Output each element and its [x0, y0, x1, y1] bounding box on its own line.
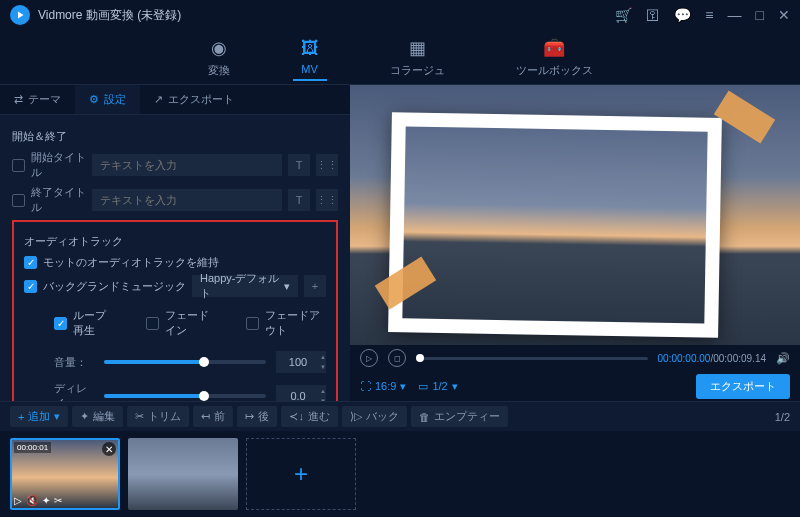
- end-title-label: 終了タイトル: [31, 185, 86, 215]
- menu-icon[interactable]: ≡: [705, 7, 713, 23]
- edit-button[interactable]: ✦編集: [72, 406, 123, 427]
- keep-original-checkbox[interactable]: [24, 256, 37, 269]
- time-current: 00:00:00.00: [658, 353, 711, 364]
- thumb-play-icon[interactable]: ▷: [14, 495, 22, 506]
- startend-section-title: 開始＆終了: [12, 129, 338, 144]
- layout-icon: ▭: [418, 380, 428, 393]
- delay-down[interactable]: ▼: [320, 396, 326, 401]
- playback-track[interactable]: [416, 357, 648, 360]
- forward-button[interactable]: ≺↓進む: [281, 406, 338, 427]
- play-button[interactable]: ▷: [360, 349, 378, 367]
- theme-icon: ⇄: [14, 93, 23, 106]
- export-button[interactable]: エクスポート: [696, 374, 790, 399]
- gear-icon: ⚙: [89, 93, 99, 106]
- forward-icon: ≺↓: [289, 410, 304, 423]
- fadein-checkbox[interactable]: [146, 317, 159, 330]
- back-icon: ⟩▷: [350, 410, 362, 423]
- key-icon[interactable]: ⚿: [646, 7, 660, 23]
- audio-section-title: オーディオトラック: [24, 234, 326, 249]
- preview-area: [350, 85, 800, 345]
- before-button[interactable]: ↤前: [193, 406, 233, 427]
- loop-checkbox[interactable]: [54, 317, 67, 330]
- app-logo: [10, 5, 30, 25]
- audio-section-highlight: オーディオトラック モットのオーディオトラックを維持 バックグランドミュージック…: [12, 220, 338, 401]
- bgm-checkbox[interactable]: [24, 280, 37, 293]
- trash-icon: 🗑: [419, 411, 430, 423]
- thumbnail-2[interactable]: [128, 438, 238, 510]
- photo-frame: [388, 112, 722, 338]
- subtab-export[interactable]: ↗エクスポート: [140, 85, 248, 114]
- add-button[interactable]: +追加▾: [10, 406, 68, 427]
- start-title-label: 開始タイトル: [31, 150, 86, 180]
- thumb-wand-icon[interactable]: ✦: [42, 495, 50, 506]
- volume-slider[interactable]: [104, 360, 266, 364]
- thumb-duration: 00:00:01: [14, 442, 51, 453]
- delay-value[interactable]: 0.0: [276, 390, 320, 401]
- tab-convert[interactable]: ◉変換: [200, 33, 238, 82]
- mv-icon: 🖼: [301, 38, 319, 59]
- chevron-down-icon: ▾: [400, 380, 406, 393]
- delay-up[interactable]: ▲: [320, 386, 326, 396]
- thumbnail-1[interactable]: 00:00:01 ✕ ▷ 🔇 ✦ ✂: [10, 438, 120, 510]
- bgm-label: バックグランドミュージック: [43, 279, 186, 294]
- app-title: Vidmore 動画変換 (未登録): [38, 7, 181, 24]
- aspect-icon: ⛶: [360, 380, 371, 392]
- volume-value[interactable]: 100: [276, 356, 320, 368]
- after-button[interactable]: ↦後: [237, 406, 277, 427]
- close-icon[interactable]: ✕: [778, 7, 790, 23]
- after-icon: ↦: [245, 410, 254, 423]
- maximize-icon[interactable]: □: [756, 7, 764, 23]
- thumb-mute-icon[interactable]: 🔇: [26, 495, 38, 506]
- cart-icon[interactable]: 🛒: [615, 7, 632, 23]
- add-thumbnail-button[interactable]: +: [246, 438, 356, 510]
- convert-icon: ◉: [211, 37, 227, 59]
- chevron-down-icon: ▾: [452, 380, 458, 393]
- export-icon: ↗: [154, 93, 163, 106]
- toolbox-icon: 🧰: [543, 37, 565, 59]
- volume-icon[interactable]: 🔊: [776, 352, 790, 365]
- back-button[interactable]: ⟩▷バック: [342, 406, 407, 427]
- wand-icon: ✦: [80, 410, 89, 423]
- tab-mv[interactable]: 🖼MV: [293, 34, 327, 81]
- end-style-button[interactable]: ⋮⋮: [316, 189, 338, 211]
- chevron-down-icon: ▾: [54, 410, 60, 423]
- start-font-button[interactable]: T: [288, 154, 310, 176]
- start-title-checkbox[interactable]: [12, 159, 25, 172]
- volume-down[interactable]: ▼: [320, 362, 326, 372]
- bgm-add-button[interactable]: +: [304, 275, 326, 297]
- page-indicator: 1/2: [775, 411, 790, 423]
- volume-up[interactable]: ▲: [320, 352, 326, 362]
- tab-toolbox[interactable]: 🧰ツールボックス: [508, 33, 601, 82]
- trim-button[interactable]: ✂トリム: [127, 406, 189, 427]
- bgm-select[interactable]: Happy-デフォルト▾: [192, 275, 298, 297]
- aspect-button[interactable]: ⛶16:9▾: [360, 380, 406, 393]
- stop-button[interactable]: ◻: [388, 349, 406, 367]
- keep-original-label: モットのオーディオトラックを維持: [43, 255, 219, 270]
- start-style-button[interactable]: ⋮⋮: [316, 154, 338, 176]
- before-icon: ↤: [201, 410, 210, 423]
- delay-slider[interactable]: [104, 394, 266, 398]
- delay-label: ディレイ：: [54, 381, 94, 401]
- collage-icon: ▦: [409, 37, 426, 59]
- subtab-settings[interactable]: ⚙設定: [75, 85, 140, 114]
- feedback-icon[interactable]: 💬: [674, 7, 691, 23]
- plus-icon: +: [18, 411, 24, 423]
- volume-label: 音量：: [54, 355, 94, 370]
- time-total: 00:00:09.14: [713, 353, 766, 364]
- start-title-input[interactable]: [92, 154, 282, 176]
- end-title-checkbox[interactable]: [12, 194, 25, 207]
- empty-button[interactable]: 🗑エンプティー: [411, 406, 508, 427]
- thumb-close-icon[interactable]: ✕: [102, 442, 116, 456]
- thumb-cut-icon[interactable]: ✂: [54, 495, 62, 506]
- tab-collage[interactable]: ▦コラージュ: [382, 33, 453, 82]
- end-font-button[interactable]: T: [288, 189, 310, 211]
- chevron-down-icon: ▾: [284, 280, 290, 293]
- layout-button[interactable]: ▭1/2▾: [418, 380, 457, 393]
- fadeout-checkbox[interactable]: [246, 317, 259, 330]
- subtab-theme[interactable]: ⇄テーマ: [0, 85, 75, 114]
- minimize-icon[interactable]: —: [728, 7, 742, 23]
- scissors-icon: ✂: [135, 410, 144, 423]
- end-title-input[interactable]: [92, 189, 282, 211]
